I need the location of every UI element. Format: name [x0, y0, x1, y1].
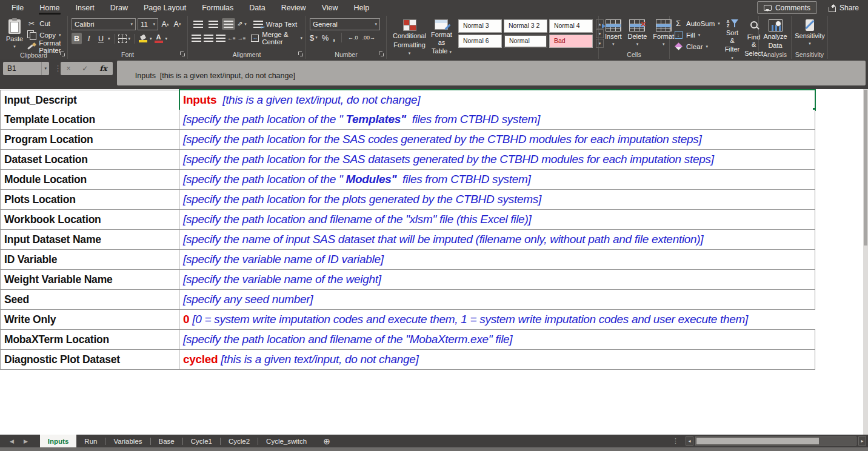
copy-button[interactable]: Copy ▾: [27, 30, 64, 40]
vertical-scrollbar[interactable]: [863, 89, 868, 435]
sheet-tab-variables[interactable]: Variables: [105, 435, 150, 447]
ribbon-tab-help[interactable]: Help: [346, 0, 378, 16]
tab-splitter-icon[interactable]: ⋮: [672, 437, 679, 445]
increase-decimal-button[interactable]: ←.0: [348, 35, 358, 41]
font-dialog-launcher-icon[interactable]: [180, 52, 185, 57]
ribbon-tab-formulas[interactable]: Formulas: [194, 0, 241, 16]
clear-button[interactable]: Clear ▾: [673, 41, 720, 52]
ribbon-tab-data[interactable]: Data: [241, 0, 273, 16]
bold-button[interactable]: B: [72, 33, 82, 44]
row-value-cell[interactable]: [specify the path location for the plots…: [179, 190, 815, 210]
wrap-text-button[interactable]: Wrap Text: [253, 19, 297, 29]
ribbon-tab-page-layout[interactable]: Page Layout: [136, 0, 194, 16]
decrease-decimal-button[interactable]: .00→: [362, 35, 375, 41]
horizontal-scrollbar-thumb[interactable]: [696, 438, 819, 444]
decrease-indent-icon[interactable]: ←≡: [227, 35, 236, 41]
clipboard-dialog-launcher-icon[interactable]: [60, 52, 65, 57]
font-color-icon[interactable]: A: [154, 34, 164, 43]
grow-font-button[interactable]: A▴: [160, 19, 170, 30]
row-label-cell[interactable]: Program Location: [0, 130, 179, 150]
increase-indent-icon[interactable]: →≡: [238, 35, 246, 41]
ribbon-tab-insert[interactable]: Insert: [68, 0, 102, 16]
alignment-dialog-launcher-icon[interactable]: [298, 52, 304, 57]
vertical-scrollbar-thumb[interactable]: [864, 90, 867, 246]
ribbon-tab-draw[interactable]: Draw: [102, 0, 136, 16]
insert-function-icon[interactable]: fx: [99, 64, 107, 73]
fill-button[interactable]: ↓ Fill ▾: [673, 30, 720, 40]
row-value-cell[interactable]: [specify the path location of the " Temp…: [179, 110, 815, 130]
row-value-cell[interactable]: [specify the path location for the SAS d…: [179, 150, 815, 170]
accounting-format-button[interactable]: $ ▾: [310, 33, 318, 42]
row-label-cell[interactable]: Write Only: [0, 310, 179, 330]
row-label-cell[interactable]: ID Variable: [0, 250, 179, 270]
row-label-cell[interactable]: Template Location: [0, 110, 179, 130]
sheet-tab-inputs[interactable]: Inputs: [40, 435, 77, 447]
cell-style-chip[interactable]: Bad: [549, 35, 593, 48]
cancel-icon[interactable]: ×: [66, 64, 70, 73]
analyze-data-button[interactable]: Analyze Data: [761, 18, 789, 50]
orientation-icon[interactable]: ⇗: [237, 20, 242, 28]
ribbon-tab-file[interactable]: File: [4, 0, 32, 16]
row-label-cell[interactable]: Diagnostic Plot Dataset: [0, 350, 179, 370]
ribbon-tab-review[interactable]: Review: [273, 0, 314, 16]
row-value-cell[interactable]: [specify the variable name of ID variabl…: [179, 250, 815, 270]
row-value-cell[interactable]: [specify any seed number]: [179, 290, 815, 310]
font-size-select[interactable]: 11 ▾: [138, 18, 158, 30]
row-value-cell[interactable]: Inputs [this is a given text/input, do n…: [179, 90, 815, 110]
align-right-button[interactable]: [215, 32, 225, 44]
cell-style-chip[interactable]: Normal 3: [458, 19, 502, 33]
format-as-table-button[interactable]: Format as Table ▾: [429, 18, 455, 58]
ribbon-tab-home[interactable]: Home: [32, 0, 67, 16]
row-value-cell[interactable]: [specify the variable name of the weight…: [179, 270, 815, 290]
insert-cells-button[interactable]: Insert ▾: [603, 18, 624, 50]
borders-icon[interactable]: [118, 35, 127, 43]
row-value-cell[interactable]: [specify the path location for the SAS c…: [179, 130, 815, 150]
row-value-cell[interactable]: [specify the path location and filename …: [179, 210, 815, 230]
cell-style-chip[interactable]: Normal 6: [458, 35, 502, 48]
new-sheet-button[interactable]: ⊕: [315, 435, 339, 447]
shrink-font-button[interactable]: A▾: [172, 19, 182, 30]
number-format-select[interactable]: General ▾: [310, 18, 380, 30]
row-value-cell[interactable]: 0 [0 = system write imputation codes and…: [179, 310, 815, 330]
align-bottom-button[interactable]: [222, 18, 235, 30]
row-value-cell[interactable]: cycled [this is a given text/input, do n…: [179, 350, 815, 370]
row-value-cell[interactable]: [specify the path location and filename …: [179, 330, 815, 350]
cut-button[interactable]: ✂ Cut: [27, 18, 64, 28]
row-label-cell[interactable]: Weight Variable Name: [0, 270, 179, 290]
cell-style-chip[interactable]: Normal 3 2: [504, 19, 547, 33]
autosum-button[interactable]: Σ AutoSum ▾: [673, 18, 720, 28]
align-left-button[interactable]: [192, 32, 202, 44]
underline-button[interactable]: U: [96, 33, 106, 44]
percent-style-button[interactable]: %: [322, 33, 329, 42]
sheet-tab-cycle2[interactable]: Cycle2: [221, 435, 258, 447]
cell-style-chip[interactable]: Normal 4: [549, 19, 593, 33]
share-button[interactable]: Share: [822, 1, 866, 14]
row-label-cell[interactable]: Plots Location: [0, 190, 179, 210]
row-label-cell[interactable]: Input_Descript: [0, 90, 179, 110]
paste-button[interactable]: Paste ▾: [4, 18, 25, 52]
row-label-cell[interactable]: Workbook Location: [0, 210, 179, 230]
horizontal-scrollbar[interactable]: [695, 436, 856, 446]
cell-style-chip[interactable]: Normal: [504, 35, 547, 48]
number-dialog-launcher-icon[interactable]: [379, 52, 384, 57]
conditional-formatting-button[interactable]: Conditional Formatting ▾: [390, 18, 429, 58]
italic-button[interactable]: I: [84, 33, 94, 44]
fill-color-icon[interactable]: [138, 35, 148, 42]
align-top-button[interactable]: [192, 18, 205, 30]
hscroll-left-icon[interactable]: ◂: [686, 436, 693, 446]
comma-style-button[interactable]: ,: [333, 33, 335, 42]
font-name-select[interactable]: Calibri ▾: [72, 18, 136, 30]
row-label-cell[interactable]: Dataset Location: [0, 150, 179, 170]
row-value-cell[interactable]: [specify the path location of the " Modu…: [179, 170, 815, 190]
align-center-button[interactable]: [204, 32, 214, 44]
sensitivity-button[interactable]: Sensitivity ▾: [792, 18, 827, 50]
row-label-cell[interactable]: Input Dataset Name: [0, 230, 179, 250]
ribbon-tab-view[interactable]: View: [314, 0, 346, 16]
row-label-cell[interactable]: MobaXTerm Location: [0, 330, 179, 350]
merge-center-button[interactable]: ↔ Merge & Center ▾: [251, 33, 302, 43]
hscroll-right-icon[interactable]: ▸: [858, 436, 866, 446]
row-label-cell[interactable]: Module Location: [0, 170, 179, 190]
sheet-tab-cycle_switch[interactable]: Cycle_switch: [258, 435, 315, 447]
align-middle-button[interactable]: [207, 18, 220, 30]
row-value-cell[interactable]: [specify the name of input SAS dataset t…: [179, 230, 815, 250]
